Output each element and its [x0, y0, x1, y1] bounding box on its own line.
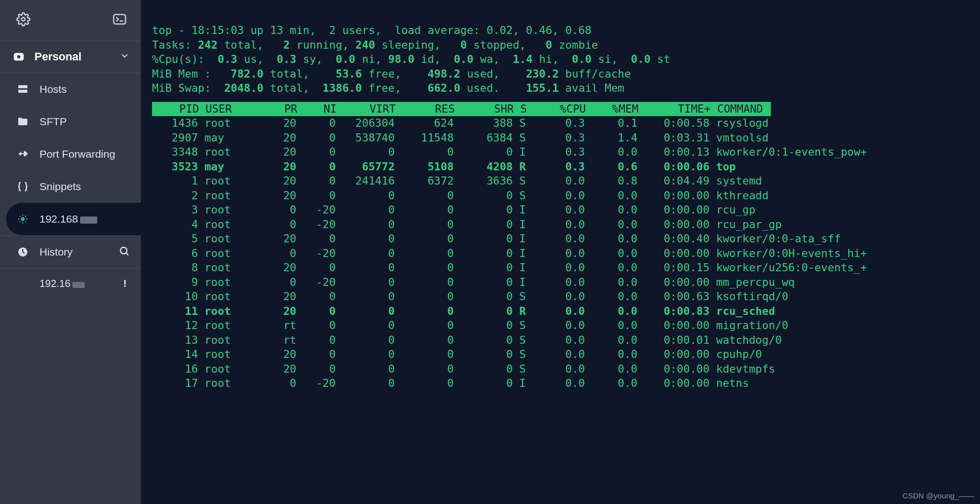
redacted-text	[72, 282, 85, 288]
svg-point-8	[121, 247, 127, 254]
nav-sftp-label: SFTP	[40, 116, 67, 128]
top-summary-line: Tasks: 242 total, 2 running, 240 sleepin…	[152, 38, 968, 53]
chevron-down-icon	[120, 51, 130, 63]
nav-hosts-label: Hosts	[40, 83, 67, 95]
process-row: 6 root 0 -20 0 0 0 I 0.0 0.0 0:00.00 kwo…	[152, 246, 968, 261]
settings-button[interactable]	[15, 11, 31, 27]
process-row: 3348 root 20 0 0 0 0 I 0.3 0.0 0:00.13 k…	[152, 145, 968, 160]
gear-icon	[16, 12, 30, 26]
process-row: 16 root 20 0 0 0 0 S 0.0 0.0 0:00.00 kde…	[152, 362, 968, 377]
process-row: 12 root rt 0 0 0 0 S 0.0 0.0 0:00.00 mig…	[152, 318, 968, 333]
svg-point-6	[21, 217, 24, 221]
process-row: 3 root 0 -20 0 0 0 I 0.0 0.0 0:00.00 rcu…	[152, 203, 968, 218]
active-host-icon	[15, 213, 30, 225]
nav-list: Hosts SFTP Port Forwarding Snippets	[0, 73, 141, 299]
process-row: 2 root 20 0 0 0 0 S 0.0 0.0 0:00.00 kthr…	[152, 189, 968, 203]
watermark: CSDN @young_——	[902, 491, 974, 500]
app-root: Personal Hosts SFTP	[0, 0, 980, 504]
top-summary-line: MiB Swap: 2048.0 total, 1386.0 free, 662…	[152, 81, 968, 96]
top-summary-line: top - 18:15:03 up 13 min, 2 users, load …	[152, 23, 968, 38]
process-row: 8 root 20 0 0 0 0 I 0.0 0.0 0:00.15 kwor…	[152, 261, 968, 275]
process-row: 5 root 20 0 0 0 0 I 0.0 0.0 0:00.40 kwor…	[152, 232, 968, 246]
process-row: 13 root rt 0 0 0 0 S 0.0 0.0 0:00.01 wat…	[152, 333, 968, 348]
nav-history[interactable]: History	[0, 235, 141, 269]
local-terminal-button[interactable]	[111, 11, 128, 27]
terminal-output[interactable]: top - 18:15:03 up 13 min, 2 users, load …	[141, 0, 980, 504]
folder-icon	[15, 116, 30, 128]
process-row: 2907 may 20 0 538740 11548 6384 S 0.3 1.…	[152, 131, 968, 146]
top-summary-line: %Cpu(s): 0.3 us, 0.3 sy, 0.0 ni, 98.0 id…	[152, 52, 968, 67]
hosts-icon	[15, 83, 30, 95]
port-forward-icon	[15, 148, 30, 160]
nav-sftp[interactable]: SFTP	[0, 105, 141, 138]
process-row: 1436 root 20 0 206304 624 388 S 0.3 0.1 …	[152, 116, 968, 131]
nav-active-host-label: 192.168	[40, 213, 97, 225]
nav-snippets-label: Snippets	[40, 181, 81, 193]
sidebar: Personal Hosts SFTP	[0, 0, 141, 504]
process-row: 3523 may 20 0 65772 5108 4208 R 0.3 0.6 …	[152, 160, 968, 174]
svg-rect-1	[114, 15, 125, 24]
clock-icon	[15, 246, 30, 258]
process-row: 11 root 20 0 0 0 0 R 0.0 0.0 0:00.83 rcu…	[152, 304, 968, 319]
braces-icon	[15, 181, 30, 193]
nav-portfwd-label: Port Forwarding	[40, 148, 115, 160]
process-row: 1 root 20 0 241416 6372 3636 S 0.0 0.8 0…	[152, 174, 968, 189]
process-row: 10 root 20 0 0 0 0 S 0.0 0.0 0:00.63 kso…	[152, 290, 968, 304]
process-row: 17 root 0 -20 0 0 0 I 0.0 0.0 0:00.00 ne…	[152, 376, 968, 391]
process-row: 14 root 20 0 0 0 0 S 0.0 0.0 0:00.00 cpu…	[152, 347, 968, 362]
history-item-label: 192.16	[40, 278, 85, 290]
process-row: 4 root 0 -20 0 0 0 I 0.0 0.0 0:00.00 rcu…	[152, 218, 968, 232]
process-row: 9 root 0 -20 0 0 0 I 0.0 0.0 0:00.00 mm_…	[152, 275, 968, 290]
svg-point-0	[22, 18, 25, 21]
vault-header[interactable]: Personal	[0, 41, 141, 73]
search-history-button[interactable]	[119, 245, 130, 259]
nav-hosts[interactable]: Hosts	[0, 73, 141, 105]
history-item-bang: !	[123, 278, 127, 290]
svg-rect-4	[18, 85, 27, 88]
history-item[interactable]: 192.16 !	[0, 269, 141, 299]
vault-label: Personal	[34, 50, 120, 63]
search-icon	[119, 245, 130, 257]
top-summary-line: MiB Mem : 782.0 total, 53.6 free, 498.2 …	[152, 67, 968, 82]
terminal-icon	[112, 12, 127, 26]
redacted-text	[80, 217, 97, 224]
nav-history-label: History	[40, 246, 72, 258]
svg-point-3	[17, 55, 21, 59]
svg-rect-5	[18, 90, 27, 93]
nav-portfwd[interactable]: Port Forwarding	[0, 138, 141, 170]
process-table-header: PID USER PR NI VIRT RES SHR S %CPU %MEM …	[152, 102, 771, 117]
vault-icon	[11, 50, 26, 63]
nav-active-host[interactable]: 192.168	[6, 203, 141, 235]
nav-snippets[interactable]: Snippets	[0, 170, 141, 203]
sidebar-top-bar	[0, 0, 141, 41]
